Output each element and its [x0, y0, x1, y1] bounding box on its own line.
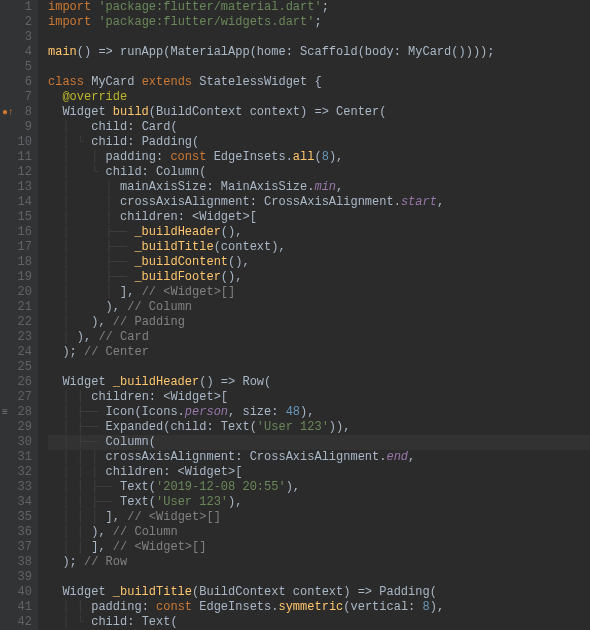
line-number: 39 [0, 570, 32, 585]
line-number: 17 [0, 240, 32, 255]
code-line[interactable]: │ │ ], // <Widget>[] [48, 540, 590, 555]
code-line[interactable] [48, 360, 590, 375]
line-number: 6 [0, 75, 32, 90]
line-number: 13 [0, 180, 32, 195]
code-line[interactable] [48, 60, 590, 75]
code-line[interactable]: import 'package:flutter/widgets.dart'; [48, 15, 590, 30]
line-number: 7 [0, 90, 32, 105]
line-number: 22 [0, 315, 32, 330]
line-number: 18 [0, 255, 32, 270]
line-number: 16 [0, 225, 32, 240]
code-line[interactable]: │ │ │ ], // <Widget>[] [48, 510, 590, 525]
line-number: 3 [0, 30, 32, 45]
line-number: 2 [0, 15, 32, 30]
line-number: 38 [0, 555, 32, 570]
line-number: 15 [0, 210, 32, 225]
code-line[interactable]: │ │ children: <Widget>[ [48, 210, 590, 225]
line-number: 32 [0, 465, 32, 480]
code-area[interactable]: import 'package:flutter/material.dart';i… [38, 0, 590, 630]
line-number: 34 [0, 495, 32, 510]
code-line[interactable]: │ ├── Expanded(child: Text('User 123')), [48, 420, 590, 435]
code-line[interactable]: Widget build(BuildContext context) => Ce… [48, 105, 590, 120]
code-line[interactable]: │ │ ├── Text('User 123'), [48, 495, 590, 510]
line-number: 37 [0, 540, 32, 555]
author-marker-icon[interactable]: ≡ [2, 405, 8, 420]
code-line[interactable]: │ │ crossAxisAlignment: CrossAxisAlignme… [48, 195, 590, 210]
code-line[interactable]: │ │ ), // Column [48, 525, 590, 540]
line-number: 26 [0, 375, 32, 390]
line-number: 14 [0, 195, 32, 210]
code-line[interactable]: │ ├── _buildFooter(), [48, 270, 590, 285]
code-line[interactable]: │ ├── Icon(Icons.person, size: 48), [48, 405, 590, 420]
code-line[interactable]: │ │ padding: const EdgeInsets.symmetric(… [48, 600, 590, 615]
code-line[interactable]: │ ), // Column [48, 300, 590, 315]
line-number: 5 [0, 60, 32, 75]
line-number: 21 [0, 300, 32, 315]
code-line[interactable] [48, 570, 590, 585]
line-number: 9 [0, 120, 32, 135]
line-number: 1 [0, 0, 32, 15]
code-line[interactable]: │ └ child: Column( [48, 165, 590, 180]
code-line[interactable]: │ │ ├── Text('2019-12-08 20:55'), [48, 480, 590, 495]
code-line[interactable]: │ ), // Card [48, 330, 590, 345]
code-line[interactable] [48, 30, 590, 45]
code-line[interactable]: │ │ │ crossAxisAlignment: CrossAxisAlign… [48, 450, 590, 465]
code-line[interactable]: │ ├── Column( [48, 435, 590, 450]
line-number: 42 [0, 615, 32, 630]
line-number: 30 [0, 435, 32, 450]
code-line[interactable]: │ │ mainAxisSize: MainAxisSize.min, [48, 180, 590, 195]
line-number: 29 [0, 420, 32, 435]
code-line[interactable]: @override [48, 90, 590, 105]
line-number: 41 [0, 600, 32, 615]
line-number: 12 [0, 165, 32, 180]
line-number: 23 [0, 330, 32, 345]
code-line[interactable]: │ └ child: Padding( [48, 135, 590, 150]
code-line[interactable]: Widget _buildHeader() => Row( [48, 375, 590, 390]
line-number: 11 [0, 150, 32, 165]
code-line[interactable]: │ │ padding: const EdgeInsets.all(8), [48, 150, 590, 165]
line-number: 4 [0, 45, 32, 60]
code-line[interactable]: │ child: Card( [48, 120, 590, 135]
code-line[interactable]: │ │ children: <Widget>[ [48, 390, 590, 405]
code-line[interactable]: main() => runApp(MaterialApp(home: Scaff… [48, 45, 590, 60]
line-number: 20 [0, 285, 32, 300]
line-number: 35 [0, 510, 32, 525]
code-line[interactable]: │ ├── _buildHeader(), [48, 225, 590, 240]
line-number: 10 [0, 135, 32, 150]
code-line[interactable]: ); // Row [48, 555, 590, 570]
code-line[interactable]: class MyCard extends StatelessWidget { [48, 75, 590, 90]
line-number: 19 [0, 270, 32, 285]
line-gutter: 1234567●↑8910111213141516171819202122232… [0, 0, 38, 630]
line-number: 40 [0, 585, 32, 600]
code-line[interactable]: │ │ ], // <Widget>[] [48, 285, 590, 300]
code-line[interactable]: │ └ child: Text( [48, 615, 590, 630]
code-line[interactable]: │ ), // Padding [48, 315, 590, 330]
code-line[interactable]: │ ├── _buildTitle(context), [48, 240, 590, 255]
line-number: 31 [0, 450, 32, 465]
line-number: 33 [0, 480, 32, 495]
line-number: 24 [0, 345, 32, 360]
line-number: 36 [0, 525, 32, 540]
line-number: 25 [0, 360, 32, 375]
override-marker-icon[interactable]: ●↑ [2, 105, 14, 120]
code-line[interactable]: │ ├── _buildContent(), [48, 255, 590, 270]
code-editor[interactable]: 1234567●↑8910111213141516171819202122232… [0, 0, 590, 630]
code-line[interactable]: ); // Center [48, 345, 590, 360]
code-line[interactable]: │ │ │ children: <Widget>[ [48, 465, 590, 480]
line-number: 27 [0, 390, 32, 405]
code-line[interactable]: import 'package:flutter/material.dart'; [48, 0, 590, 15]
code-line[interactable]: Widget _buildTitle(BuildContext context)… [48, 585, 590, 600]
